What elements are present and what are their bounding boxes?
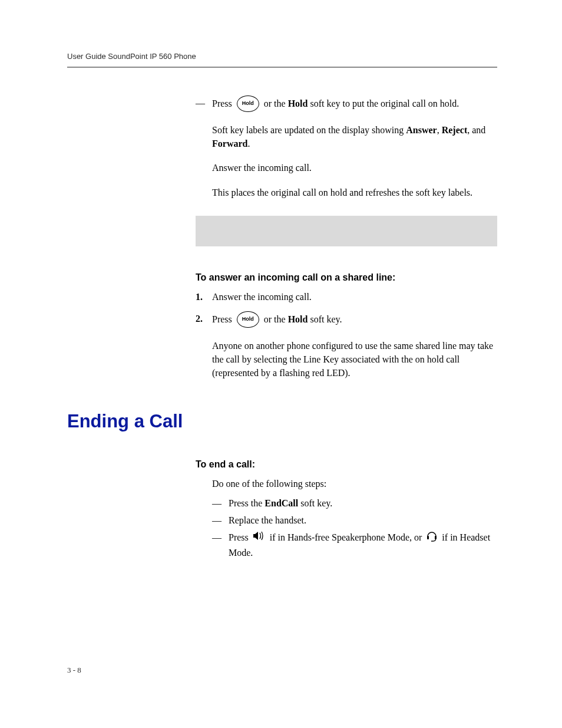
text: soft key to put the original call on hol… <box>310 98 459 108</box>
text: , <box>437 125 442 135</box>
bold-hold: Hold <box>288 314 308 324</box>
text: or the <box>264 314 288 324</box>
hold-button-icon: Hold <box>237 311 259 328</box>
page-number: 3 - 8 <box>67 666 81 675</box>
end-call-bullets: Press the EndCall soft key. Replace the … <box>212 496 497 560</box>
text: soft key. <box>300 498 332 508</box>
section-title-ending-call: Ending a Call <box>67 411 497 432</box>
end-call-intro: Do one of the following steps: <box>196 477 497 490</box>
speakerphone-icon <box>253 531 266 545</box>
hold-bullet-list: Press Hold or the Hold soft key to put t… <box>196 96 497 199</box>
text: Press <box>212 314 234 324</box>
bold-endcall: EndCall <box>265 498 298 508</box>
header-rule <box>67 67 497 68</box>
hold-button-icon: Hold <box>237 95 259 112</box>
bold-forward: Forward <box>212 139 247 149</box>
text: or the <box>264 98 288 108</box>
shared-line-heading: To answer an incoming call on a shared l… <box>196 272 497 283</box>
shared-line-steps: 1. Answer the incoming call. 2. Press Ho… <box>196 290 497 380</box>
hold-bullet: Press Hold or the Hold soft key to put t… <box>196 96 497 199</box>
running-head: User Guide SoundPoint IP 560 Phone <box>67 52 497 61</box>
text: , and <box>467 125 485 135</box>
headset-icon <box>426 530 438 545</box>
svg-point-2 <box>431 541 432 542</box>
text: . <box>247 139 250 149</box>
bold-hold: Hold <box>288 98 308 108</box>
answer-para: Answer the incoming call. <box>212 161 497 174</box>
step-1: 1. Answer the incoming call. <box>196 290 497 304</box>
text: Press the <box>229 498 265 508</box>
places-para: This places the original call on hold an… <box>212 186 497 199</box>
text: Press <box>212 98 234 108</box>
step-2: 2. Press Hold or the Hold soft key. Anyo… <box>196 312 497 380</box>
step-text: Answer the incoming call. <box>212 292 312 302</box>
end-call-heading: To end a call: <box>196 459 497 470</box>
svg-rect-1 <box>435 536 437 539</box>
text: if in Hands-free Speakerphone Mode, or <box>270 532 425 542</box>
step-number: 1. <box>196 290 203 304</box>
bold-answer: Answer <box>406 125 437 135</box>
body-column: Press Hold or the Hold soft key to put t… <box>196 96 497 380</box>
end-bullet-3: Press if in Hands-free Speakerphone Mode… <box>212 531 497 560</box>
text: Soft key labels are updated on the displ… <box>212 125 406 135</box>
shared-line-para: Anyone on another phone configured to us… <box>212 339 497 380</box>
step-number: 2. <box>196 312 203 325</box>
text: soft key. <box>310 314 342 324</box>
end-bullet-1: Press the EndCall soft key. <box>212 496 497 510</box>
note-placeholder <box>196 216 497 246</box>
body-column-2: To end a call: Do one of the following s… <box>196 459 497 560</box>
bold-reject: Reject <box>442 125 468 135</box>
text: Press <box>229 532 251 542</box>
softkey-para: Soft key labels are updated on the displ… <box>212 123 497 150</box>
svg-rect-0 <box>427 536 429 539</box>
end-bullet-2: Replace the handset. <box>212 513 497 527</box>
